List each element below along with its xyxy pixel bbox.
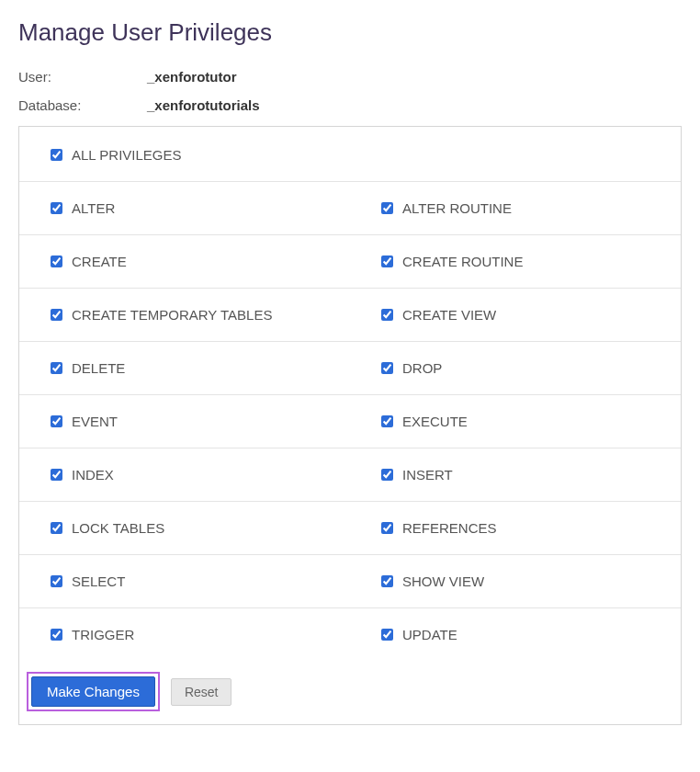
privilege-label: ALTER [72, 200, 115, 216]
database-info-row: Database: _xenforotutorials [18, 97, 682, 113]
privilege-label: EXECUTE [402, 414, 468, 429]
user-label: User: [18, 69, 147, 85]
privilege-cell-event: EVENT [19, 395, 350, 448]
database-value: _xenforotutorials [147, 97, 260, 113]
privilege-cell-delete: DELETE [19, 342, 350, 394]
privilege-label: REFERENCES [402, 520, 497, 536]
privilege-checkbox-references[interactable] [381, 522, 393, 534]
privilege-checkbox-create-temp-tables[interactable] [51, 309, 62, 321]
privilege-label: INDEX [72, 467, 114, 482]
privilege-label: CREATE [72, 254, 127, 269]
privilege-checkbox-lock-tables[interactable] [51, 522, 62, 534]
privilege-checkbox-alter-routine[interactable] [381, 202, 393, 214]
privilege-cell-insert: INSERT [350, 448, 681, 501]
privilege-checkbox-show-view[interactable] [381, 575, 393, 587]
privilege-checkbox-create-routine[interactable] [381, 255, 393, 267]
table-row: DELETE DROP [19, 342, 681, 395]
privilege-checkbox-execute[interactable] [381, 415, 393, 427]
page-title: Manage User Privileges [18, 18, 682, 47]
privilege-checkbox-drop[interactable] [381, 362, 393, 374]
privilege-cell-create-routine: CREATE ROUTINE [350, 235, 681, 288]
privilege-cell-alter-routine: ALTER ROUTINE [350, 182, 681, 234]
privilege-label: LOCK TABLES [72, 520, 164, 536]
table-row: EVENT EXECUTE [19, 395, 681, 448]
table-row: LOCK TABLES REFERENCES [19, 502, 681, 555]
privilege-label: UPDATE [402, 627, 457, 642]
privilege-label: CREATE VIEW [402, 307, 496, 323]
table-row: TRIGGER UPDATE [19, 608, 681, 661]
table-row: CREATE CREATE ROUTINE [19, 235, 681, 289]
privileges-panel: ALL PRIVILEGES ALTER ALTER ROUTINE CREAT… [18, 126, 682, 725]
privilege-cell-select: SELECT [19, 555, 350, 607]
privilege-cell-update: UPDATE [350, 608, 681, 661]
privilege-label: CREATE TEMPORARY TABLES [72, 307, 272, 323]
privilege-checkbox-index[interactable] [51, 469, 62, 481]
privilege-label: DELETE [72, 360, 125, 376]
privilege-cell-lock-tables: LOCK TABLES [19, 502, 350, 554]
highlight-box: Make Changes [27, 672, 160, 711]
user-info-row: User: _xenforotutor [18, 69, 682, 85]
privilege-cell-show-view: SHOW VIEW [350, 555, 681, 607]
make-changes-button[interactable]: Make Changes [31, 676, 155, 707]
all-privileges-checkbox[interactable] [51, 149, 62, 161]
all-privileges-label: ALL PRIVILEGES [72, 147, 182, 163]
privilege-label: EVENT [72, 414, 118, 429]
database-label: Database: [18, 97, 147, 113]
privilege-checkbox-update[interactable] [381, 629, 393, 641]
privilege-label: TRIGGER [72, 627, 134, 642]
privilege-checkbox-insert[interactable] [381, 469, 393, 481]
privilege-checkbox-create[interactable] [51, 255, 62, 267]
privilege-cell-index: INDEX [19, 448, 350, 501]
privilege-label: CREATE ROUTINE [402, 254, 523, 269]
privilege-label: SELECT [72, 573, 125, 589]
privilege-label: SHOW VIEW [402, 573, 484, 589]
privilege-cell-create-view: CREATE VIEW [350, 289, 681, 341]
table-row: CREATE TEMPORARY TABLES CREATE VIEW [19, 289, 681, 342]
reset-button[interactable]: Reset [171, 678, 232, 706]
table-row: SELECT SHOW VIEW [19, 555, 681, 608]
privilege-cell-alter: ALTER [19, 182, 350, 234]
privilege-label: DROP [402, 360, 442, 376]
table-row: INDEX INSERT [19, 448, 681, 502]
privilege-cell-references: REFERENCES [350, 502, 681, 554]
privilege-cell-create-temp-tables: CREATE TEMPORARY TABLES [19, 289, 350, 341]
actions-row: Make Changes Reset [19, 661, 681, 711]
privilege-checkbox-delete[interactable] [51, 362, 62, 374]
privilege-label: INSERT [402, 467, 453, 482]
privilege-checkbox-trigger[interactable] [51, 629, 62, 641]
user-value: _xenforotutor [147, 69, 237, 85]
privilege-checkbox-create-view[interactable] [381, 309, 393, 321]
privilege-checkbox-event[interactable] [51, 415, 62, 427]
privileges-table: ALTER ALTER ROUTINE CREATE CREATE ROUTIN… [19, 182, 681, 661]
privilege-cell-trigger: TRIGGER [19, 608, 350, 661]
privilege-cell-drop: DROP [350, 342, 681, 394]
privilege-cell-execute: EXECUTE [350, 395, 681, 448]
privilege-label: ALTER ROUTINE [402, 200, 512, 216]
table-row: ALTER ALTER ROUTINE [19, 182, 681, 235]
privilege-checkbox-alter[interactable] [51, 202, 62, 214]
all-privileges-row: ALL PRIVILEGES [19, 127, 681, 182]
privilege-cell-create: CREATE [19, 235, 350, 288]
privilege-checkbox-select[interactable] [51, 575, 62, 587]
